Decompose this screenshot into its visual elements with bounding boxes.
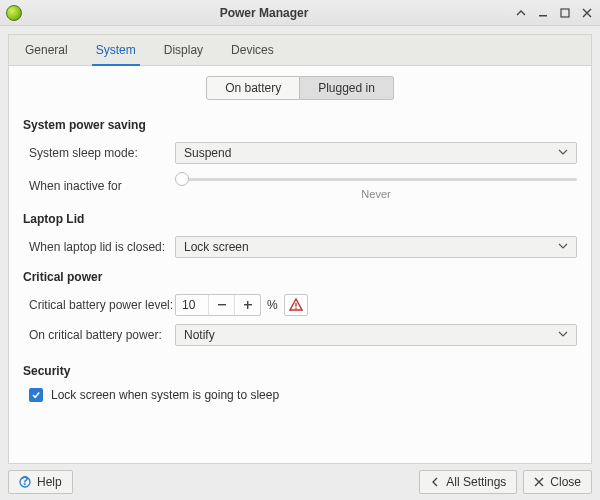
row-critical-level: Critical battery power level: 10 % xyxy=(23,294,577,316)
svg-rect-1 xyxy=(561,9,569,17)
lock-sleep-label: Lock screen when system is going to slee… xyxy=(51,388,279,402)
row-sleep-mode: System sleep mode: Suspend xyxy=(23,142,577,164)
mode-plugged-in[interactable]: Plugged in xyxy=(300,76,394,100)
svg-rect-0 xyxy=(539,15,547,17)
tab-display[interactable]: Display xyxy=(160,35,207,65)
close-label: Close xyxy=(550,475,581,489)
on-critical-value: Notify xyxy=(184,328,215,342)
tab-general[interactable]: General xyxy=(21,35,72,65)
chevron-down-icon xyxy=(558,328,568,342)
svg-text:?: ? xyxy=(21,476,28,488)
close-icon xyxy=(534,477,544,487)
sleep-mode-dropdown[interactable]: Suspend xyxy=(175,142,577,164)
warning-button[interactable] xyxy=(284,294,308,316)
lock-sleep-checkbox[interactable] xyxy=(29,388,43,402)
row-lid: When laptop lid is closed: Lock screen xyxy=(23,236,577,258)
row-inactive: When inactive for Never xyxy=(23,172,577,200)
lid-closed-dropdown[interactable]: Lock screen xyxy=(175,236,577,258)
tabbar: General System Display Devices xyxy=(8,34,592,66)
inactive-label: When inactive for xyxy=(23,179,175,193)
chevron-down-icon xyxy=(558,146,568,160)
inactive-value-text: Never xyxy=(175,188,577,200)
mode-on-battery[interactable]: On battery xyxy=(206,76,300,100)
critical-level-value: 10 xyxy=(176,298,208,312)
all-settings-button[interactable]: All Settings xyxy=(419,470,517,494)
inactive-slider[interactable] xyxy=(175,172,577,186)
slider-thumb[interactable] xyxy=(175,172,189,186)
svg-rect-5 xyxy=(295,303,296,307)
close-window-icon[interactable] xyxy=(580,6,594,20)
all-settings-label: All Settings xyxy=(446,475,506,489)
chevron-left-icon xyxy=(430,477,440,487)
svg-rect-2 xyxy=(218,304,226,305)
spin-plus-button[interactable] xyxy=(234,295,260,315)
maximize-icon[interactable] xyxy=(558,6,572,20)
section-laptop-lid-title: Laptop Lid xyxy=(23,212,577,226)
help-icon: ? xyxy=(19,476,31,488)
titlebar: Power Manager xyxy=(0,0,600,26)
section-system-saving-title: System power saving xyxy=(23,118,577,132)
section-critical-title: Critical power xyxy=(23,270,577,284)
check-icon xyxy=(31,390,41,400)
power-mode-toggle: On battery Plugged in xyxy=(23,76,577,100)
row-on-critical: On critical battery power: Notify xyxy=(23,324,577,346)
help-label: Help xyxy=(37,475,62,489)
sleep-mode-value: Suspend xyxy=(184,146,231,160)
critical-level-label: Critical battery power level: xyxy=(23,298,175,312)
on-critical-dropdown[interactable]: Notify xyxy=(175,324,577,346)
tab-system[interactable]: System xyxy=(92,35,140,66)
chevron-down-icon xyxy=(558,240,568,254)
window-title: Power Manager xyxy=(22,6,506,20)
section-security-title: Security xyxy=(23,364,577,378)
percent-label: % xyxy=(267,298,278,312)
close-button[interactable]: Close xyxy=(523,470,592,494)
row-lock-sleep[interactable]: Lock screen when system is going to slee… xyxy=(23,388,577,402)
app-icon xyxy=(6,5,22,21)
minimize-icon[interactable] xyxy=(536,6,550,20)
sleep-mode-label: System sleep mode: xyxy=(23,146,175,160)
warning-icon xyxy=(289,298,303,312)
slider-track xyxy=(175,178,577,181)
on-critical-label: On critical battery power: xyxy=(23,328,175,342)
critical-level-spinbox[interactable]: 10 xyxy=(175,294,261,316)
help-button[interactable]: ? Help xyxy=(8,470,73,494)
lid-closed-value: Lock screen xyxy=(184,240,249,254)
lid-closed-label: When laptop lid is closed: xyxy=(23,240,175,254)
svg-rect-4 xyxy=(247,301,248,309)
caret-up-icon[interactable] xyxy=(514,6,528,20)
spin-minus-button[interactable] xyxy=(208,295,234,315)
footer: ? Help All Settings Close xyxy=(0,464,600,500)
panel-system: On battery Plugged in System power savin… xyxy=(8,66,592,464)
window: Power Manager General System Display Dev… xyxy=(0,0,600,500)
svg-rect-6 xyxy=(295,308,296,309)
tab-devices[interactable]: Devices xyxy=(227,35,278,65)
